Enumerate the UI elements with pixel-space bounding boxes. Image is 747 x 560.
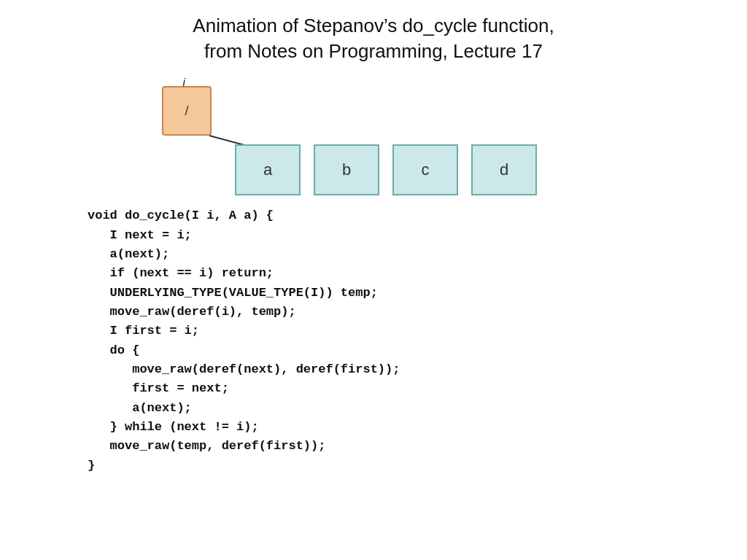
array-container: a b c d [235, 144, 537, 195]
title-line1: Animation of Stepanov’s do_cycle functio… [15, 13, 732, 39]
code-line: move_raw(temp, deref(first)); [88, 437, 747, 456]
diagram-area: i / a b c d [118, 71, 629, 199]
code-line: if (next == i) return; [88, 264, 747, 283]
code-line: UNDERLYING_TYPE(VALUE_TYPE(I)) temp; [88, 284, 747, 303]
code-line: I first = i; [88, 322, 747, 341]
code-line: move_raw(deref(i), temp); [88, 303, 747, 322]
array-cell-b: b [314, 144, 379, 195]
code-line: } while (next != i); [88, 418, 747, 437]
array-cell-d: d [471, 144, 537, 195]
code-line: I next = i; [88, 226, 747, 245]
code-line: do { [88, 341, 747, 360]
code-block: void do_cycle(I i, A a) { I next = i; a(… [0, 206, 747, 475]
code-line: } [88, 456, 747, 475]
code-line: move_raw(deref(next), deref(first)); [88, 360, 747, 379]
code-line: a(next); [88, 399, 747, 418]
code-line: void do_cycle(I i, A a) { [88, 206, 747, 225]
array-cell-a: a [235, 144, 301, 195]
title-line2: from Notes on Programming, Lecture 17 [15, 39, 732, 64]
code-line: a(next); [88, 245, 747, 264]
page-title: Animation of Stepanov’s do_cycle functio… [0, 0, 747, 71]
array-cell-c: c [392, 144, 458, 195]
code-line: first = next; [88, 379, 747, 398]
